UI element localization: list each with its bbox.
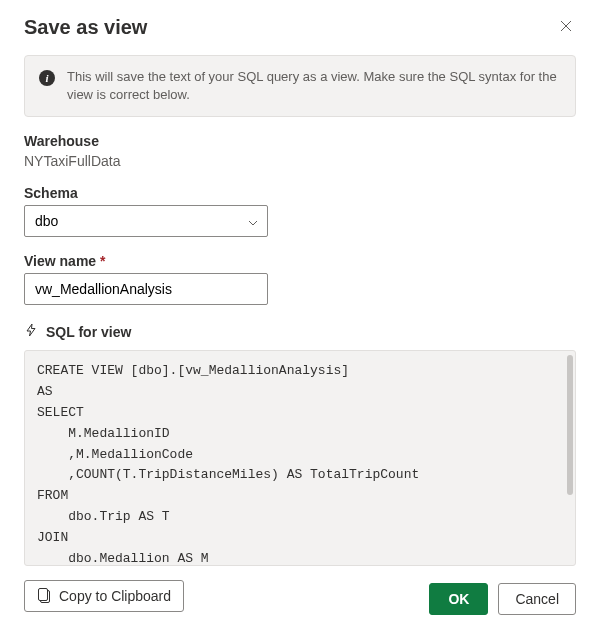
copy-to-clipboard-button[interactable]: Copy to Clipboard — [24, 580, 184, 612]
sql-code-content[interactable]: CREATE VIEW [dbo].[vw_MedallionAnalysis]… — [25, 351, 575, 566]
dialog-footer: OK Cancel — [429, 583, 576, 615]
schema-select-wrap — [24, 205, 268, 237]
sql-header-text: SQL for view — [46, 324, 131, 340]
svg-rect-3 — [39, 589, 48, 601]
sql-header: SQL for view — [24, 323, 576, 340]
warehouse-value: NYTaxiFullData — [24, 153, 576, 169]
info-icon-wrap: i — [39, 70, 55, 104]
close-icon — [560, 20, 572, 32]
warehouse-label: Warehouse — [24, 133, 576, 149]
sql-code-box: CREATE VIEW [dbo].[vw_MedallionAnalysis]… — [24, 350, 576, 566]
info-message: This will save the text of your SQL quer… — [67, 68, 561, 104]
sql-scrollbar[interactable] — [567, 355, 573, 495]
copy-button-label: Copy to Clipboard — [59, 588, 171, 604]
required-asterisk: * — [100, 253, 105, 269]
view-name-label: View name * — [24, 253, 576, 269]
info-banner: i This will save the text of your SQL qu… — [24, 55, 576, 117]
view-name-input[interactable] — [24, 273, 268, 305]
ok-button[interactable]: OK — [429, 583, 488, 615]
cancel-button[interactable]: Cancel — [498, 583, 576, 615]
sql-lightning-icon — [24, 323, 38, 340]
view-name-label-text: View name — [24, 253, 96, 269]
info-icon: i — [39, 70, 55, 86]
dialog-title: Save as view — [24, 16, 147, 39]
schema-label: Schema — [24, 185, 576, 201]
schema-select[interactable] — [24, 205, 268, 237]
close-button[interactable] — [556, 16, 576, 38]
dialog-header: Save as view — [24, 16, 576, 39]
clipboard-icon — [37, 588, 51, 604]
